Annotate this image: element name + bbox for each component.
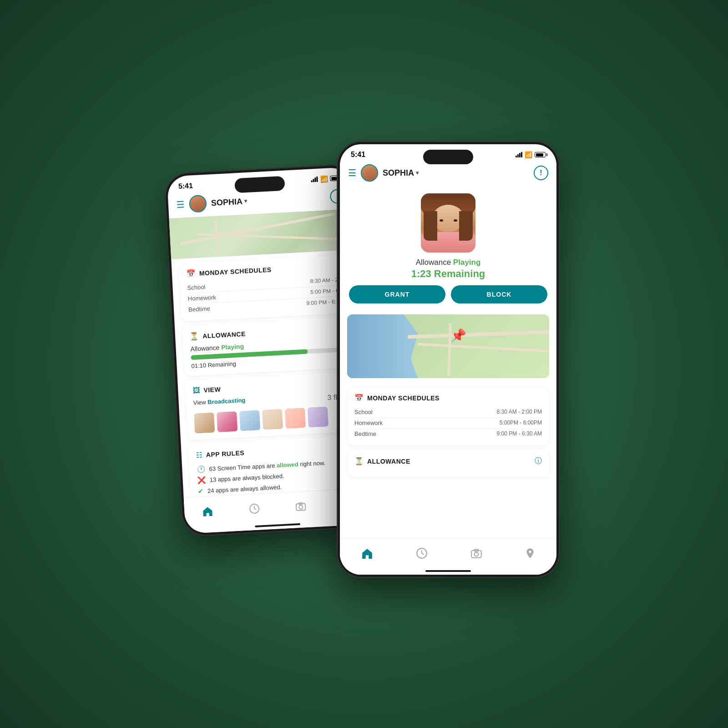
svg-line-8	[422, 553, 424, 554]
calendar-icon-front: 📅	[354, 394, 364, 402]
location-icon-front	[525, 547, 535, 559]
camera-icon-front	[470, 548, 482, 559]
schedules-card-front: 📅 MONDAY SCHEDULES School 8:30 AM - 2:00…	[347, 387, 549, 445]
view-icon-back: 🖼	[192, 386, 200, 395]
bottom-nav-front	[340, 538, 556, 575]
profile-section: Allowance Playing 1:23 Remaining GRANT B…	[340, 186, 556, 314]
home-icon-front	[361, 548, 373, 559]
thumbnails-back	[194, 405, 350, 434]
app-header-front: ☰ SOPHIA ▾ !	[340, 162, 556, 186]
signal-icon-front	[516, 152, 522, 157]
schedule-row-school-front: School 8:30 AM - 2:00 PM	[354, 407, 542, 418]
time-front: 5:41	[351, 151, 365, 159]
svg-point-4	[299, 505, 303, 509]
schedules-card-back: 📅 MONDAY SCHEDULES School 8:30 AM - 2...…	[179, 254, 352, 321]
map-wrapper-front: 📌	[340, 314, 556, 387]
clock-icon-back	[248, 503, 260, 514]
nav-camera-back[interactable]	[295, 501, 307, 511]
profile-photo	[421, 193, 475, 253]
allowance-card-front: ⏳ ALLOWANCE ⓘ	[347, 450, 549, 477]
allowance-time-front: 1:23 Remaining	[411, 268, 485, 280]
schedules-title-back: MONDAY SCHEDULES	[199, 266, 272, 277]
thumb-2	[217, 411, 238, 432]
chevron-icon-front: ▾	[416, 170, 419, 176]
location-pin-map: 📌	[450, 328, 466, 343]
nav-home-front[interactable]	[361, 548, 373, 559]
dynamic-island-front	[423, 150, 473, 164]
username-back[interactable]: SOPHIA ▾	[211, 197, 247, 208]
nav-home-back[interactable]	[202, 506, 213, 516]
thumb-6	[308, 406, 329, 427]
hourglass-icon-front: ⏳	[354, 457, 364, 465]
thumb-3	[239, 410, 260, 431]
view-status-back: View Broadcasting	[193, 397, 245, 406]
username-front[interactable]: SOPHIA ▾	[383, 168, 419, 178]
menu-icon-back[interactable]: ☰	[176, 199, 185, 210]
view-card-back: 🖼 VIEW View Broadcasting 3 flags	[185, 372, 358, 440]
avatar-front[interactable]	[361, 164, 378, 182]
thumb-5	[285, 408, 306, 429]
app-rules-title-back: APP RULES	[206, 449, 244, 458]
allowance-title-back: ALLOWANCE	[202, 330, 246, 339]
map-front: 📌	[347, 314, 549, 378]
svg-line-2	[254, 508, 256, 509]
home-indicator-front	[425, 570, 471, 572]
hourglass-icon-back: ⏳	[190, 332, 199, 341]
apps-icon-back: ☷	[196, 450, 202, 460]
schedules-title-front: MONDAY SCHEDULES	[367, 394, 440, 402]
dynamic-island-back	[234, 176, 285, 193]
nav-clock-front[interactable]	[416, 547, 428, 559]
battery-icon-front	[535, 152, 546, 157]
nav-camera-front[interactable]	[470, 548, 482, 559]
allowance-info: Allowance Playing 1:23 Remaining	[411, 258, 485, 280]
nav-clock-back[interactable]	[248, 503, 260, 514]
allowance-title-front: ALLOWANCE	[367, 458, 410, 465]
calendar-icon-back: 📅	[186, 269, 196, 278]
clock-rule-icon: 🕐	[197, 465, 206, 474]
front-scroll-content: Allowance Playing 1:23 Remaining GRANT B…	[340, 186, 556, 557]
thumb-4	[262, 409, 283, 430]
nav-location-front[interactable]	[525, 547, 535, 559]
clock-icon-front	[416, 547, 428, 559]
schedule-row-homework-front: Homework 5:00PM - 6:00PM	[354, 418, 542, 429]
alert-button-front[interactable]: !	[534, 166, 548, 180]
profile-face	[421, 193, 475, 253]
allowance-info-icon[interactable]: ⓘ	[535, 456, 542, 466]
view-title-back: VIEW	[203, 386, 221, 394]
schedule-row-bedtime-front: Bedtime 9:00 PM - 6:30 AM	[354, 429, 542, 439]
avatar-back[interactable]	[189, 195, 207, 213]
wifi-icon-back: 📶	[320, 175, 328, 183]
camera-icon-back	[295, 501, 307, 511]
signal-icon-back	[311, 177, 318, 182]
grant-button[interactable]: GRANT	[349, 285, 445, 303]
wifi-icon-front: 📶	[525, 151, 532, 158]
action-buttons: GRANT BLOCK	[349, 285, 547, 303]
menu-icon-front[interactable]: ☰	[348, 167, 356, 178]
allowance-playing-label: Allowance Playing	[411, 258, 485, 267]
allowance-card-back: ⏳ ALLOWANCE Allowance Playing 01:10 Rema…	[182, 317, 354, 376]
home-icon-back	[202, 506, 213, 516]
chevron-icon-back: ▾	[244, 198, 247, 204]
svg-point-10	[475, 552, 479, 556]
block-button[interactable]: BLOCK	[451, 285, 547, 303]
thumb-1	[194, 412, 215, 433]
time-back: 5:41	[178, 182, 193, 191]
phone-front: 5:41 📶 ☰ SOPHIA	[337, 141, 560, 578]
allowed-rule-icon: ✔	[198, 487, 204, 495]
blocked-rule-icon: ❌	[197, 476, 206, 485]
